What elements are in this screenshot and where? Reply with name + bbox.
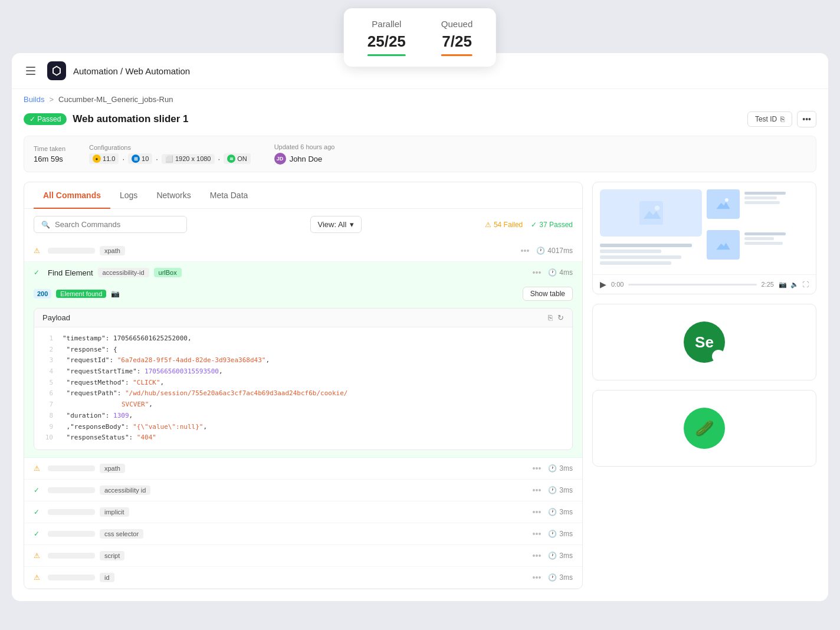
parallel-value: 25/25 (368, 32, 406, 51)
command-row[interactable]: ✓ css selector ••• 🕐 3ms (24, 523, 582, 545)
clock-icon: 🕐 (548, 573, 557, 582)
clock-icon: 🕐 (548, 552, 557, 560)
volume-icon[interactable]: 🔈 (790, 281, 799, 288)
queued-progress-bar (441, 54, 472, 56)
left-panel: All Commands Logs Networks Meta Data 🔍 (24, 182, 583, 589)
ok-icon: ✓ (34, 508, 43, 516)
time-taken: Time taken 16m 59s (34, 145, 65, 163)
cmd-text-placeholder (48, 531, 95, 537)
tab-meta-data[interactable]: Meta Data (201, 182, 258, 208)
network-icon: ≋ (227, 155, 235, 163)
cmd-tag: implicit (100, 507, 129, 517)
camera-media-icon[interactable]: 📷 (779, 281, 787, 288)
time-end: 2:25 (762, 281, 774, 288)
right-panel: ▶ 0:00 2:25 📷 🔈 ⛶ Se (592, 182, 816, 589)
svg-point-2 (654, 206, 659, 211)
chrome-icon: ● (93, 155, 101, 163)
svg-marker-3 (716, 202, 730, 209)
clock-icon: 🕐 (548, 530, 557, 538)
search-container: 🔍 (34, 216, 187, 233)
command-row[interactable]: ✓ implicit ••• 🕐 3ms (24, 501, 582, 523)
find-element-header: ✓ Find Element accessibility-id urlBox •… (24, 262, 582, 283)
more-options-button[interactable]: ••• (797, 111, 816, 127)
search-input[interactable] (55, 220, 179, 229)
command-row[interactable]: ⚠ id ••• 🕐 3ms (24, 567, 582, 589)
cmd-duration: 🕐 3ms (548, 552, 573, 560)
command-row[interactable]: ⚠ xpath ••• 🕐 4017ms (24, 240, 582, 262)
cmd-more-icon[interactable]: ••• (533, 551, 542, 560)
breadcrumb-builds[interactable]: Builds (24, 95, 44, 104)
search-icon: 🔍 (41, 221, 50, 229)
warn-icon: ⚠ (34, 247, 43, 255)
updated-info: Updated 6 hours ago JD John Doe (274, 143, 335, 165)
cmd-more-icon[interactable]: ••• (533, 529, 542, 539)
passed-stat: ✓ 37 Passed (531, 221, 573, 229)
parallel-label: Parallel (372, 19, 401, 29)
warn-icon: ⚠ (34, 552, 43, 560)
media-controls: ▶ 0:00 2:25 📷 🔈 ⛶ (593, 274, 816, 294)
cmd-duration: 🕐 3ms (548, 508, 573, 516)
tab-logs[interactable]: Logs (110, 182, 147, 208)
camera-icon[interactable]: 📷 (111, 290, 120, 298)
win-badge: ⊞ 10 (128, 153, 152, 164)
page-title: Web automation slider 1 (73, 113, 188, 125)
element-found-badge: Element found (56, 290, 106, 298)
copy-icon[interactable]: ⎘ (548, 313, 553, 322)
resolution-badge: ⬜ 1920 x 1080 (162, 154, 215, 164)
tab-networks[interactable]: Networks (147, 182, 200, 208)
find-element-more[interactable]: ••• (533, 268, 542, 277)
warning-icon: ⚠ (485, 221, 491, 229)
failed-stat: ⚠ 54 Failed (485, 221, 523, 229)
title-row: ✓ Passed Web automation slider 1 Test ID… (12, 107, 828, 136)
element-result-row: 200 Element found 📷 Show table (24, 283, 582, 303)
svg-point-4 (725, 198, 729, 202)
cmd-tag: xpath (100, 246, 125, 255)
payload-section: Payload ⎘ ↻ 1"timestamp": 17056656016252… (34, 308, 573, 450)
cmd-more-icon[interactable]: ••• (533, 464, 542, 473)
test-id-button[interactable]: Test ID ⎘ (747, 111, 792, 127)
cmd-tag: id (100, 573, 114, 582)
parallel-progress-bar (368, 54, 406, 56)
payload-header: Payload ⎘ ↻ (34, 309, 572, 327)
app-title: Automation / Web Automation (73, 66, 190, 76)
meta-info: Time taken 16m 59s Configurations ● 11.0… (24, 136, 816, 172)
svg-marker-5 (716, 243, 730, 250)
cmd-text-placeholder (48, 575, 95, 580)
stats-row: ⚠ 54 Failed ✓ 37 Passed (485, 221, 573, 229)
cmd-duration: 🕐 3ms (548, 530, 573, 538)
menu-button[interactable] (24, 63, 40, 79)
view-all-button[interactable]: View: All ▾ (310, 216, 362, 233)
queued-label: Queued (441, 19, 472, 29)
status-200-badge: 200 (34, 289, 51, 298)
warn-icon: ⚠ (34, 464, 43, 472)
ok-icon: ✓ (34, 486, 43, 494)
cmd-text-placeholder (48, 248, 95, 254)
command-row[interactable]: ⚠ script ••• 🕐 3ms (24, 545, 582, 567)
warn-icon: ⚠ (34, 573, 43, 582)
title-left: ✓ Passed Web automation slider 1 (24, 113, 189, 125)
cmd-tag: xpath (100, 464, 125, 473)
cmd-more-icon[interactable]: ••• (533, 507, 542, 517)
fullscreen-icon[interactable]: ⛶ (802, 281, 809, 288)
queued-info: Queued 7/25 (441, 19, 472, 56)
find-element-label: Find Element (48, 268, 93, 277)
parallel-card: Parallel 25/25 Queued 7/25 (344, 8, 496, 67)
cmd-text-placeholder (48, 465, 95, 471)
find-element-section: ✓ Find Element accessibility-id urlBox •… (24, 262, 582, 458)
show-table-button[interactable]: Show table (523, 287, 573, 301)
progress-bar[interactable] (628, 284, 756, 286)
clock-icon: 🕐 (548, 508, 557, 516)
cmd-more-icon[interactable]: ••• (533, 573, 542, 582)
command-row[interactable]: ✓ accessibility id ••• 🕐 3ms (24, 480, 582, 501)
cmd-more-icon[interactable]: ••• (533, 485, 542, 495)
cmd-more-icon[interactable]: ••• (521, 246, 530, 255)
breadcrumb-current: Cucumber-ML_Generic_jobs-Run (58, 95, 173, 104)
media-preview (593, 182, 816, 274)
command-row[interactable]: ⚠ xpath ••• 🕐 3ms (24, 458, 582, 480)
tab-all-commands[interactable]: All Commands (34, 182, 110, 208)
play-button[interactable]: ▶ (600, 280, 606, 289)
cmd-duration: 🕐 3ms (548, 573, 573, 582)
windows-icon: ⊞ (132, 155, 140, 163)
refresh-icon[interactable]: ↻ (557, 313, 564, 322)
breadcrumb-separator: > (49, 95, 54, 104)
